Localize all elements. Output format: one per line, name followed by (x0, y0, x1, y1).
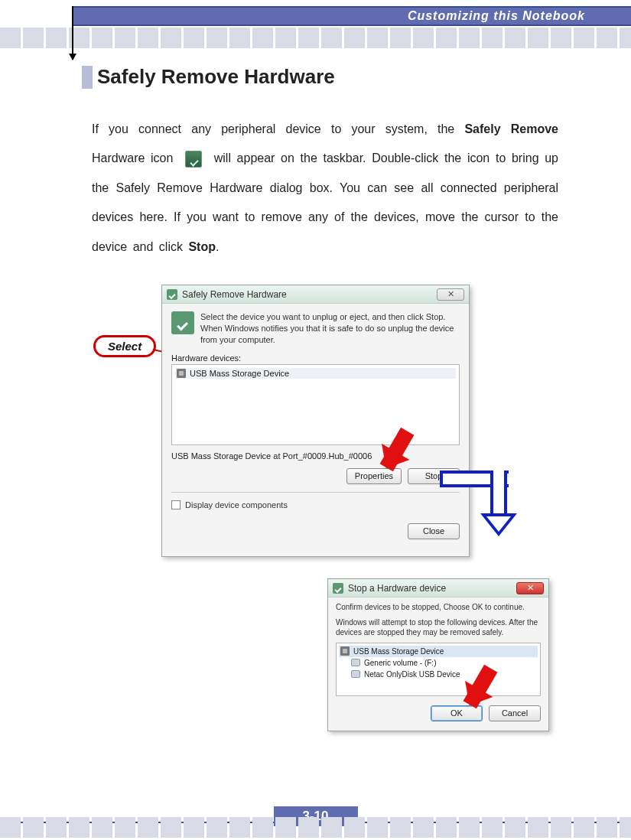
usb-icon (340, 646, 350, 656)
dialog2-titlebar[interactable]: Stop a Hardware device ✕ (328, 579, 548, 597)
chapter-header: Customizing this Notebook (73, 6, 631, 26)
safely-remove-icon (333, 583, 343, 594)
bottom-square-strip (0, 817, 631, 840)
device-item-text: USB Mass Storage Device (190, 369, 289, 378)
dialog2-close-button[interactable]: ✕ (516, 582, 544, 594)
stop-devices-listbox[interactable]: USB Mass Storage Device Generic volume -… (336, 643, 541, 696)
intro-paragraph: If you connect any peripheral device to … (92, 115, 558, 262)
section-bullet-icon (82, 66, 93, 89)
text-run: . (216, 240, 219, 253)
volume-icon (351, 659, 360, 666)
cancel-button[interactable]: Cancel (489, 705, 541, 721)
stop-device-item[interactable]: Netac OnlyDisk USB Device (339, 669, 538, 680)
hardware-devices-listbox[interactable]: USB Mass Storage Device (171, 364, 460, 445)
dialog1-titlebar[interactable]: Safely Remove Hardware ✕ (162, 285, 469, 304)
dialog1-instruction: Select the device you want to unplug or … (200, 311, 460, 346)
disk-icon (351, 670, 360, 678)
text-run: Hardware icon (92, 151, 179, 164)
text-bold: Stop (188, 240, 216, 253)
section-heading: Safely Remove Hardware (82, 65, 335, 89)
dialog-separator (171, 492, 460, 493)
display-components-checkbox[interactable] (171, 500, 181, 510)
text-run: will appear on the taskbar. Double-click… (92, 151, 558, 252)
safely-remove-hardware-dialog: Safely Remove Hardware ✕ Select the devi… (161, 285, 470, 557)
text-run: If you connect any peripheral device to … (92, 122, 464, 135)
stop-item-text: Generic volume - (F:) (364, 657, 436, 669)
chapter-title: Customizing this Notebook (408, 9, 585, 23)
select-callout: Select (93, 335, 156, 357)
usb-icon (177, 369, 186, 378)
top-square-strip (0, 28, 631, 50)
stop-device-item[interactable]: USB Mass Storage Device (339, 646, 538, 657)
section-title: Safely Remove Hardware (97, 65, 335, 89)
section-arrow-icon (72, 6, 73, 60)
dialog1-title: Safely Remove Hardware (182, 289, 287, 300)
dialog2-line2: Windows will attempt to stop the followi… (336, 617, 541, 638)
stop-item-text: Netac OnlyDisk USB Device (364, 669, 460, 680)
display-components-label: Display device components (185, 500, 288, 510)
safely-remove-large-icon (171, 311, 194, 334)
hardware-devices-label: Hardware devices: (171, 353, 460, 363)
device-status-text: USB Mass Storage Device at Port_#0009.Hu… (171, 451, 460, 461)
stop-item-text: USB Mass Storage Device (353, 646, 444, 657)
stop-hardware-device-dialog: Stop a Hardware device ✕ Confirm devices… (327, 578, 549, 731)
device-list-item[interactable]: USB Mass Storage Device (175, 368, 456, 379)
dialog1-close-button[interactable]: ✕ (437, 288, 464, 301)
safely-remove-tray-icon (185, 151, 202, 168)
stop-device-item[interactable]: Generic volume - (F:) (339, 657, 538, 669)
dialog2-title: Stop a Hardware device (348, 583, 446, 594)
callout-label: Select (108, 340, 141, 353)
safely-remove-icon (167, 289, 177, 300)
close-button[interactable]: Close (408, 523, 460, 539)
dialog2-line1: Confirm devices to be stopped, Choose OK… (336, 602, 541, 613)
text-bold: Safely Remove (464, 122, 558, 135)
